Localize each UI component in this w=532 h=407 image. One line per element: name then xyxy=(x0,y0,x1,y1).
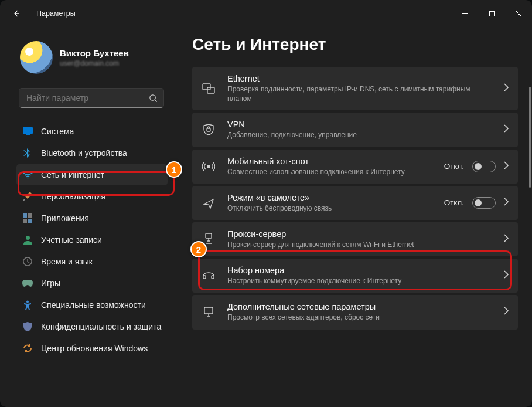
svg-rect-18 xyxy=(212,276,214,279)
gamepad-icon xyxy=(22,278,33,289)
card-proxy[interactable]: Прокси-сервер Прокси-сервер для подключе… xyxy=(192,222,518,256)
card-hotspot[interactable]: Мобильный хот-спот Совместное использова… xyxy=(192,150,518,184)
svg-rect-16 xyxy=(206,233,212,238)
card-subtitle: Прокси-сервер для подключений к сетям Wi… xyxy=(227,240,493,249)
chevron-right-icon xyxy=(504,270,509,281)
card-advanced-network[interactable]: Дополнительные сетевые параметры Просмот… xyxy=(192,295,518,329)
shield-icon xyxy=(22,321,33,332)
clock-globe-icon xyxy=(22,256,33,267)
sidebar-item-label: Приложения xyxy=(41,213,89,223)
svg-rect-3 xyxy=(26,134,30,135)
card-title: VPN xyxy=(227,120,493,129)
svg-rect-19 xyxy=(204,307,213,314)
svg-point-4 xyxy=(27,177,28,178)
sidebar-item-label: Сеть и Интернет xyxy=(41,170,104,179)
airplane-toggle[interactable] xyxy=(472,197,496,209)
sidebar-item-network[interactable]: Сеть и Интернет xyxy=(16,164,168,185)
apps-icon xyxy=(22,213,33,223)
profile-block[interactable]: Виктор Бухтеев user@domain.com xyxy=(0,33,176,87)
ethernet-icon xyxy=(200,83,217,94)
sidebar-item-label: Специальные возможности xyxy=(41,300,146,310)
accessibility-icon xyxy=(22,300,33,310)
paintbrush-icon xyxy=(22,191,33,202)
chevron-right-icon xyxy=(504,124,509,135)
card-title: Набор номера xyxy=(227,266,493,275)
svg-rect-7 xyxy=(23,219,27,223)
card-title: Режим «в самолете» xyxy=(227,193,434,202)
search-icon xyxy=(149,94,158,103)
page-title: Сеть и Интернет xyxy=(192,35,518,54)
sidebar-item-privacy[interactable]: Конфиденциальность и защита xyxy=(16,316,168,337)
sidebar-item-label: Учетные записи xyxy=(41,235,102,245)
minimize-icon xyxy=(462,11,468,17)
card-subtitle: Совместное использование подключения к И… xyxy=(227,167,434,177)
card-ethernet[interactable]: Ethernet Проверка подлинности, параметры… xyxy=(192,67,518,110)
sidebar-item-apps[interactable]: Приложения xyxy=(16,208,168,229)
profile-email: user@domain.com xyxy=(60,59,129,67)
card-title: Ethernet xyxy=(227,74,493,83)
monitor-icon xyxy=(22,126,33,137)
bluetooth-icon xyxy=(22,148,33,158)
wifi-icon xyxy=(22,169,33,180)
dialup-icon xyxy=(200,271,217,280)
svg-point-15 xyxy=(207,165,210,168)
sidebar-item-label: Bluetooth и устройства xyxy=(41,148,127,158)
chevron-right-icon xyxy=(504,83,509,94)
chevron-right-icon xyxy=(504,307,509,317)
svg-rect-8 xyxy=(28,219,32,223)
sidebar-item-label: Система xyxy=(41,127,74,136)
person-icon xyxy=(22,235,33,245)
sidebar-item-label: Время и язык xyxy=(41,257,93,266)
sidebar-item-accessibility[interactable]: Специальные возможности xyxy=(16,294,168,316)
card-subtitle: Просмотр всех сетевых адаптеров, сброс с… xyxy=(227,313,493,322)
app-title: Параметры xyxy=(36,9,76,18)
airplane-icon xyxy=(200,197,217,209)
card-airplane-mode[interactable]: Режим «в самолете» Отключить беспроводну… xyxy=(192,186,518,220)
svg-point-9 xyxy=(26,236,30,240)
svg-rect-12 xyxy=(203,84,210,90)
search-input[interactable] xyxy=(26,93,149,103)
sidebar: Виктор Бухтеев user@domain.com Система B… xyxy=(0,27,176,407)
svg-rect-0 xyxy=(489,11,494,16)
sidebar-item-time-language[interactable]: Время и язык xyxy=(16,251,168,272)
maximize-button[interactable] xyxy=(478,4,505,23)
card-title: Прокси-сервер xyxy=(227,229,493,239)
sidebar-item-label: Центр обновления Windows xyxy=(41,344,148,353)
chevron-right-icon xyxy=(504,198,509,208)
refresh-icon xyxy=(22,343,33,354)
minimize-button[interactable] xyxy=(451,4,478,23)
sidebar-nav: Система Bluetooth и устройства Сеть и Ин… xyxy=(0,117,176,359)
hotspot-toggle[interactable] xyxy=(472,161,496,172)
sidebar-item-windows-update[interactable]: Центр обновления Windows xyxy=(16,338,168,359)
back-button[interactable] xyxy=(7,4,26,23)
card-subtitle: Отключить беспроводную связь xyxy=(227,204,434,213)
sidebar-item-accounts[interactable]: Учетные записи xyxy=(16,229,168,250)
svg-rect-17 xyxy=(203,276,206,279)
arrow-left-icon xyxy=(12,9,21,18)
svg-rect-14 xyxy=(207,128,210,131)
maximize-icon xyxy=(489,11,495,17)
search-box[interactable] xyxy=(19,88,164,108)
svg-rect-5 xyxy=(23,213,27,218)
card-subtitle: Добавление, подключение, управление xyxy=(227,130,493,140)
sidebar-item-gaming[interactable]: Игры xyxy=(16,273,168,294)
card-subtitle: Настроить коммутируемое подключение к Ин… xyxy=(227,276,493,286)
svg-point-1 xyxy=(150,94,155,100)
card-title: Дополнительные сетевые параметры xyxy=(227,302,493,311)
profile-name: Виктор Бухтеев xyxy=(60,48,129,58)
card-dialup[interactable]: Набор номера Настроить коммутируемое под… xyxy=(192,259,518,293)
sidebar-item-system[interactable]: Система xyxy=(16,121,168,142)
titlebar: Параметры xyxy=(0,0,532,27)
sidebar-item-bluetooth[interactable]: Bluetooth и устройства xyxy=(16,143,168,164)
main-content: Сеть и Интернет Ethernet Проверка подлин… xyxy=(176,27,532,407)
sidebar-item-label: Игры xyxy=(41,279,60,288)
advanced-network-icon xyxy=(200,306,217,318)
toggle-label: Откл. xyxy=(444,162,464,171)
card-title: Мобильный хот-спот xyxy=(227,157,434,166)
proxy-icon xyxy=(200,233,217,246)
scrollbar-thumb[interactable] xyxy=(529,87,531,188)
svg-rect-6 xyxy=(28,213,32,218)
close-button[interactable] xyxy=(505,4,532,23)
card-vpn[interactable]: VPN Добавление, подключение, управление xyxy=(192,113,518,147)
sidebar-item-personalization[interactable]: Персонализация xyxy=(16,186,168,207)
